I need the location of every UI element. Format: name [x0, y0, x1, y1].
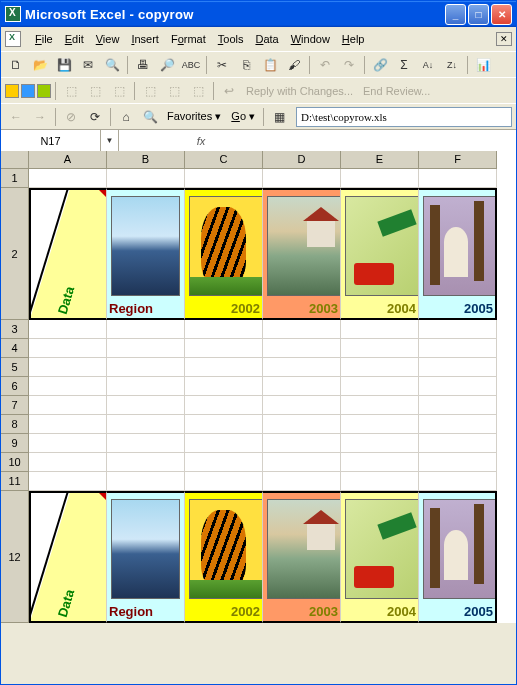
sort-asc-icon[interactable]: A↓ [417, 54, 439, 76]
cell[interactable] [263, 453, 341, 472]
cell[interactable] [29, 396, 107, 415]
maximize-button[interactable]: □ [468, 4, 489, 25]
cell[interactable] [29, 320, 107, 339]
format-painter-icon[interactable]: 🖌 [283, 54, 305, 76]
cell[interactable] [29, 358, 107, 377]
menu-data[interactable]: Data [249, 31, 284, 47]
cell[interactable] [107, 415, 185, 434]
copy-icon[interactable]: ⎘ [235, 54, 257, 76]
cell-2005[interactable]: 2005 [419, 188, 497, 320]
cell[interactable] [185, 415, 263, 434]
row-header[interactable]: 9 [1, 434, 29, 453]
cell[interactable] [341, 358, 419, 377]
search-icon[interactable]: 🔍 [101, 54, 123, 76]
menu-file[interactable]: File [29, 31, 59, 47]
col-header-d[interactable]: D [263, 151, 341, 169]
cell[interactable] [263, 320, 341, 339]
menu-view[interactable]: View [90, 31, 126, 47]
close-button[interactable]: ✕ [491, 4, 512, 25]
cell-2004[interactable]: 2004 [341, 491, 419, 623]
cell[interactable] [263, 339, 341, 358]
cell-2003[interactable]: 2003 [263, 491, 341, 623]
paste-icon[interactable]: 📋 [259, 54, 281, 76]
spreadsheet-grid[interactable]: A B C D E F 1 2 Data Region [1, 151, 516, 623]
cell[interactable] [185, 453, 263, 472]
document-icon[interactable] [5, 31, 21, 47]
cell-2002[interactable]: 2002 [185, 491, 263, 623]
cell[interactable] [185, 339, 263, 358]
row-header[interactable]: 1 [1, 169, 29, 188]
chart-icon[interactable]: 📊 [472, 54, 494, 76]
row-header[interactable]: 6 [1, 377, 29, 396]
select-all-corner[interactable] [1, 151, 29, 169]
cell[interactable] [29, 434, 107, 453]
cell[interactable] [419, 169, 497, 188]
cell[interactable] [107, 339, 185, 358]
cell[interactable] [185, 434, 263, 453]
new-icon[interactable]: 🗋 [5, 54, 27, 76]
fx-icon[interactable]: fx [189, 135, 213, 147]
cell[interactable] [107, 453, 185, 472]
cell[interactable] [419, 339, 497, 358]
row-header[interactable]: 2 [1, 188, 29, 320]
cell-2003[interactable]: 2003 [263, 188, 341, 320]
autosum-icon[interactable]: Σ [393, 54, 415, 76]
sort-desc-icon[interactable]: Z↓ [441, 54, 463, 76]
row-header[interactable]: 10 [1, 453, 29, 472]
stop-icon[interactable]: ⊘ [60, 106, 82, 128]
comment-indicator-icon[interactable] [99, 190, 106, 197]
cell[interactable] [341, 415, 419, 434]
cell[interactable] [185, 358, 263, 377]
cell[interactable] [341, 472, 419, 491]
btn3-icon[interactable] [37, 84, 51, 98]
menu-format[interactable]: Format [165, 31, 212, 47]
cell[interactable] [263, 396, 341, 415]
comment-indicator-icon[interactable] [99, 493, 106, 500]
cell[interactable] [185, 396, 263, 415]
cell[interactable] [263, 434, 341, 453]
cell[interactable] [185, 472, 263, 491]
cell[interactable] [263, 472, 341, 491]
cell[interactable] [263, 169, 341, 188]
cell[interactable] [29, 415, 107, 434]
cell[interactable] [107, 320, 185, 339]
cell[interactable] [419, 377, 497, 396]
cell[interactable] [107, 434, 185, 453]
cell[interactable] [419, 472, 497, 491]
col-header-b[interactable]: B [107, 151, 185, 169]
undo-icon[interactable]: ↶ [314, 54, 336, 76]
cell-2004[interactable]: 2004 [341, 188, 419, 320]
row-header[interactable]: 8 [1, 415, 29, 434]
cell[interactable] [341, 453, 419, 472]
cell[interactable] [29, 472, 107, 491]
row-header[interactable]: 5 [1, 358, 29, 377]
address-input[interactable] [296, 107, 512, 127]
cell[interactable] [341, 169, 419, 188]
col-header-f[interactable]: F [419, 151, 497, 169]
cell[interactable] [107, 472, 185, 491]
cell[interactable] [29, 377, 107, 396]
hyperlink-icon[interactable]: 🔗 [369, 54, 391, 76]
home-icon[interactable]: ⌂ [115, 106, 137, 128]
menu-edit[interactable]: Edit [59, 31, 90, 47]
cell-2002[interactable]: 2002 [185, 188, 263, 320]
cell[interactable] [29, 169, 107, 188]
cell[interactable] [419, 434, 497, 453]
cell-2005[interactable]: 2005 [419, 491, 497, 623]
formula-input[interactable] [213, 130, 516, 151]
document-close-button[interactable]: ✕ [496, 32, 512, 46]
redo-icon[interactable]: ↷ [338, 54, 360, 76]
cell[interactable] [419, 415, 497, 434]
cell[interactable] [107, 396, 185, 415]
cell[interactable] [419, 320, 497, 339]
refresh-icon[interactable]: ⟳ [84, 106, 106, 128]
cell-header-corner[interactable]: Data [29, 188, 107, 320]
minimize-button[interactable]: _ [445, 4, 466, 25]
cell[interactable] [263, 415, 341, 434]
cell[interactable] [29, 453, 107, 472]
cell[interactable] [107, 169, 185, 188]
name-dropdown-icon[interactable]: ▼ [101, 130, 119, 151]
cell[interactable] [185, 320, 263, 339]
go-label[interactable]: Go ▾ [227, 110, 259, 123]
row-header[interactable]: 4 [1, 339, 29, 358]
